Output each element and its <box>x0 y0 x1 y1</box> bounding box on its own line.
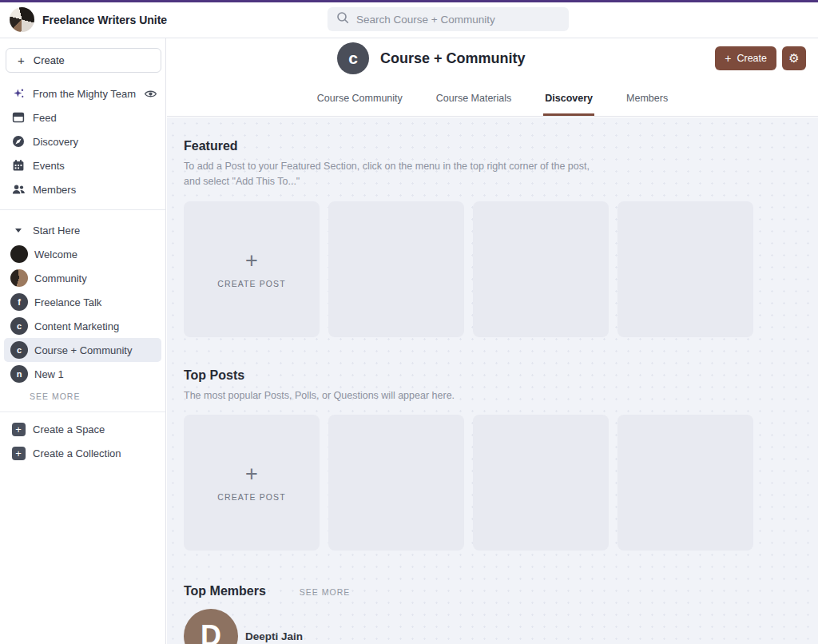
space-label: Community <box>34 272 154 284</box>
sidebar-divider <box>0 411 165 412</box>
section-description: To add a Post to your Featured Section, … <box>184 159 818 189</box>
gear-icon: ⚙ <box>788 51 799 66</box>
empty-post-card <box>328 415 464 551</box>
search-input[interactable] <box>356 14 560 26</box>
space-title-group: c Course + Community <box>337 42 526 74</box>
sidebar-item-feed[interactable]: Feed <box>0 105 165 129</box>
space-avatar <box>10 269 28 287</box>
empty-post-card <box>328 201 464 337</box>
sidebar-create-a-collection[interactable]: + Create a Collection <box>0 441 165 465</box>
plus-icon: + <box>725 52 731 65</box>
sidebar-see-more[interactable]: SEE MORE <box>0 386 165 407</box>
sidebar-create-button[interactable]: + Create <box>6 48 161 73</box>
sidebar-space-community[interactable]: Community <box>0 266 165 290</box>
section-description: The most popular Posts, Polls, or Questi… <box>184 388 818 403</box>
app-window: Freelance Writers Unite + Create From th… <box>0 0 818 644</box>
tab-course-materials[interactable]: Course Materials <box>435 93 513 116</box>
sidebar-space-freelance-talk[interactable]: f Freelance Talk <box>0 290 165 314</box>
tab-course-community[interactable]: Course Community <box>316 93 404 116</box>
action-label: Create a Collection <box>33 447 154 459</box>
eye-icon[interactable] <box>143 87 157 101</box>
community-logo[interactable] <box>10 7 34 32</box>
space-label: Freelance Talk <box>34 296 154 308</box>
create-post-card[interactable]: + CREATE POST <box>184 201 320 337</box>
section-heading: Top Posts <box>184 368 818 383</box>
space-avatar: c <box>10 341 28 359</box>
sidebar-item-label: Members <box>33 184 154 196</box>
space-label: Course + Community <box>34 344 150 356</box>
plus-square-icon: + <box>11 447 26 460</box>
section-label: Start Here <box>33 225 154 237</box>
calendar-icon <box>11 159 26 172</box>
compass-icon <box>11 135 26 148</box>
plus-square-icon: + <box>11 423 26 436</box>
settings-button[interactable]: ⚙ <box>782 46 806 70</box>
space-header: c Course + Community + Create ⚙ Course C… <box>167 38 818 117</box>
sidebar-item-from-the-mighty-team[interactable]: From the Mighty Team <box>0 81 165 105</box>
create-button[interactable]: + Create <box>715 46 776 70</box>
space-avatar: c <box>10 317 28 335</box>
featured-section: Featured To add a Post to your Featured … <box>184 139 818 337</box>
plus-icon: + <box>18 54 25 67</box>
sidebar-item-label: From the Mighty Team <box>33 88 136 100</box>
create-post-label: CREATE POST <box>217 279 285 288</box>
member-list-item[interactable]: D Deepti Jain <box>184 609 818 644</box>
community-brand[interactable]: Freelance Writers Unite <box>10 7 167 32</box>
space-label: New 1 <box>34 368 154 380</box>
space-avatar: c <box>337 42 369 74</box>
space-avatar: f <box>10 293 28 311</box>
top-bar: Freelance Writers Unite <box>0 0 818 38</box>
create-post-label: CREATE POST <box>217 492 285 502</box>
discovery-panel: Featured To add a Post to your Featured … <box>167 117 818 644</box>
space-avatar <box>10 245 28 263</box>
section-heading: Featured <box>184 139 818 153</box>
sidebar-item-members[interactable]: Members <box>0 177 165 201</box>
create-post-card[interactable]: + CREATE POST <box>184 415 320 551</box>
sidebar-item-label: Feed <box>33 112 154 124</box>
plus-icon: + <box>245 250 258 272</box>
sidebar-space-welcome[interactable]: Welcome <box>0 242 165 266</box>
empty-post-card <box>617 415 753 551</box>
member-avatar: D <box>184 609 238 644</box>
member-name: Deepti Jain <box>245 630 303 642</box>
sidebar-section-start-here[interactable]: Start Here <box>0 218 165 242</box>
empty-post-card <box>473 415 609 551</box>
empty-post-card <box>473 201 609 337</box>
space-tabs: Course Community Course Materials Discov… <box>167 93 818 116</box>
sidebar-divider <box>0 209 165 210</box>
top-posts-section: Top Posts The most popular Posts, Polls,… <box>184 368 818 551</box>
tab-members[interactable]: Members <box>625 93 669 116</box>
tab-discovery[interactable]: Discovery <box>543 93 594 116</box>
sidebar-space-new-1[interactable]: n New 1 <box>0 362 165 386</box>
top-members-section: Top Members SEE MORE D Deepti Jain <box>184 584 818 644</box>
create-button-label: Create <box>737 53 767 64</box>
members-icon <box>11 183 26 196</box>
sidebar-item-label: Events <box>33 160 154 172</box>
sidebar-create-a-space[interactable]: + Create a Space <box>0 417 165 441</box>
space-label: Content Marketing <box>34 320 154 332</box>
accent-stripe <box>0 0 818 2</box>
space-label: Welcome <box>34 248 154 260</box>
sparkle-icon <box>11 88 26 100</box>
empty-post-card <box>617 201 753 337</box>
sidebar-item-discovery[interactable]: Discovery <box>0 129 165 153</box>
community-name: Freelance Writers Unite <box>42 14 167 26</box>
create-button-label: Create <box>34 54 65 66</box>
sidebar-space-course-community[interactable]: c Course + Community <box>4 338 161 362</box>
sidebar-item-events[interactable]: Events <box>0 153 165 177</box>
section-heading: Top Members <box>184 584 266 598</box>
space-avatar: n <box>10 365 28 383</box>
sidebar-space-content-marketing[interactable]: c Content Marketing <box>0 314 165 338</box>
search-icon <box>336 11 349 27</box>
top-members-see-more[interactable]: SEE MORE <box>300 587 350 597</box>
sidebar-item-label: Discovery <box>33 136 154 148</box>
action-label: Create a Space <box>33 423 154 435</box>
page-title: Course + Community <box>380 50 526 67</box>
feed-icon <box>11 111 26 124</box>
chevron-down-icon <box>11 229 26 233</box>
plus-icon: + <box>245 463 258 485</box>
sidebar: + Create From the Mighty Team Feed <box>0 38 166 644</box>
search-bar[interactable] <box>328 7 569 31</box>
